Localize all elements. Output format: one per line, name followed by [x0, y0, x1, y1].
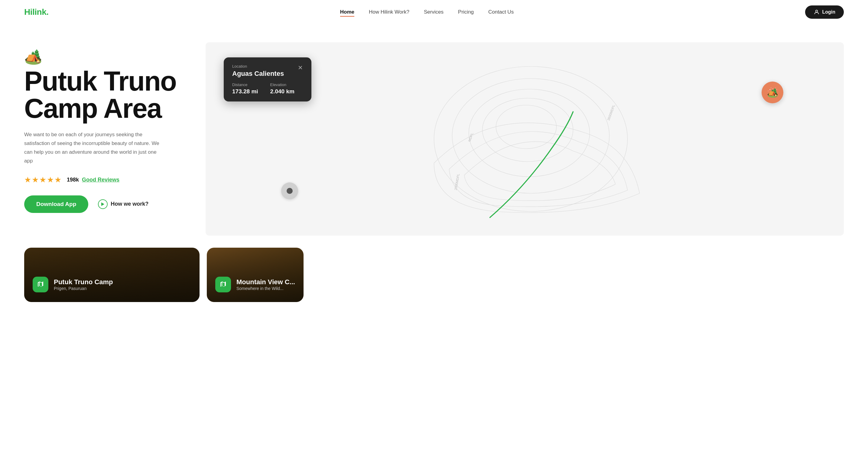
nav-link-services[interactable]: Services [424, 9, 443, 15]
login-button[interactable]: Login [805, 5, 844, 19]
cta-row: Download App How we work? [24, 195, 206, 213]
nav-link-how[interactable]: How Hilink Work? [369, 9, 409, 15]
pin-inner [287, 188, 293, 194]
popup-close-button[interactable]: ✕ [298, 64, 303, 71]
card-subtitle-1: Prigen, Pasuruan [54, 286, 113, 291]
distance-value: 173.28 mi [232, 88, 258, 95]
nav-links: Home How Hilink Work? Services Pricing C… [340, 9, 514, 15]
reviews-count: 198k [67, 177, 79, 183]
nav-item-services[interactable]: Services [424, 9, 443, 15]
card-title-2: Mountain View C... [237, 278, 295, 286]
camp-card-1[interactable]: Putuk Truno Camp Prigen, Pasuruan [24, 248, 199, 302]
elevation-label: Elevation [270, 82, 294, 87]
hero-section: 🏕️ Putuk Truno Camp Area We want to be o… [0, 24, 868, 236]
popup-location-name: Aguas Calientes [232, 70, 284, 78]
popup-location-label: Location [232, 64, 284, 69]
nav-item-contact[interactable]: Contact Us [488, 9, 514, 15]
card-content-1: Putuk Truno Camp Prigen, Pasuruan [33, 277, 113, 292]
card-map-icon-1 [33, 277, 49, 292]
map-pin-origin[interactable] [281, 182, 298, 199]
card-subtitle-2: Somewhere in the Wild... [237, 286, 295, 291]
elevation-value: 2.040 km [270, 88, 294, 95]
hero-icon: 🏕️ [24, 48, 206, 65]
star-rating: ★★★★★ [24, 175, 62, 184]
popup-stats: Distance 173.28 mi Elevation 2.040 km [232, 82, 303, 95]
cards-section: Putuk Truno Camp Prigen, Pasuruan Mounta… [0, 248, 868, 302]
login-label: Login [822, 9, 835, 15]
card-bg-1 [24, 248, 199, 302]
card-text-1: Putuk Truno Camp Prigen, Pasuruan [54, 278, 113, 291]
how-work-label: How we work? [111, 201, 149, 207]
reviews-link[interactable]: Good Reviews [82, 177, 119, 183]
hero-title-line1: Putuk Truno [24, 66, 176, 96]
nav-link-pricing[interactable]: Pricing [458, 9, 474, 15]
camp-card-2[interactable]: Mountain View C... Somewhere in the Wild… [207, 248, 304, 302]
popup-header: Location Aguas Calientes ✕ [232, 64, 303, 78]
hero-title-line2: Camp Area [24, 93, 161, 124]
play-icon [98, 199, 107, 209]
logo-dot: . [46, 7, 49, 16]
popup-location-info: Location Aguas Calientes [232, 64, 284, 78]
logo-hi: Hi [24, 7, 32, 16]
nav-item-pricing[interactable]: Pricing [458, 9, 474, 15]
card-map-icon-2 [215, 277, 231, 292]
hero-description: We want to be on each of your journeys s… [24, 131, 163, 166]
reviews-row: ★★★★★ 198k Good Reviews [24, 175, 206, 184]
how-work-button[interactable]: How we work? [98, 199, 149, 209]
nav-item-how[interactable]: How Hilink Work? [369, 9, 409, 15]
nav-link-contact[interactable]: Contact Us [488, 9, 514, 15]
popup-distance: Distance 173.28 mi [232, 82, 258, 95]
nav-item-home[interactable]: Home [340, 9, 354, 15]
popup-elevation: Elevation 2.040 km [270, 82, 294, 95]
download-app-button[interactable]: Download App [24, 195, 88, 213]
brand-logo[interactable]: Hilink. [24, 7, 49, 17]
distance-label: Distance [232, 82, 258, 87]
card-title-1: Putuk Truno Camp [54, 278, 113, 286]
card-text-2: Mountain View C... Somewhere in the Wild… [237, 278, 295, 291]
navbar: Hilink. Home How Hilink Work? Services P… [0, 0, 868, 24]
map-pin-destination[interactable]: 🏕️ [762, 81, 783, 103]
card-bg-2 [207, 248, 304, 302]
nav-link-home[interactable]: Home [340, 9, 354, 16]
map-area: MDPL 3600MDPL 2000MDPL 🏕️ Location Aguas… [206, 42, 844, 236]
hero-content: 🏕️ Putuk Truno Camp Area We want to be o… [24, 42, 206, 213]
user-icon [813, 9, 819, 15]
svg-marker-1 [101, 202, 104, 206]
logo-link: link [32, 7, 46, 16]
location-popup: Location Aguas Calientes ✕ Distance 173.… [224, 57, 311, 101]
svg-point-0 [816, 10, 818, 12]
hero-title: Putuk Truno Camp Area [24, 68, 206, 122]
card-content-2: Mountain View C... Somewhere in the Wild… [215, 277, 295, 292]
